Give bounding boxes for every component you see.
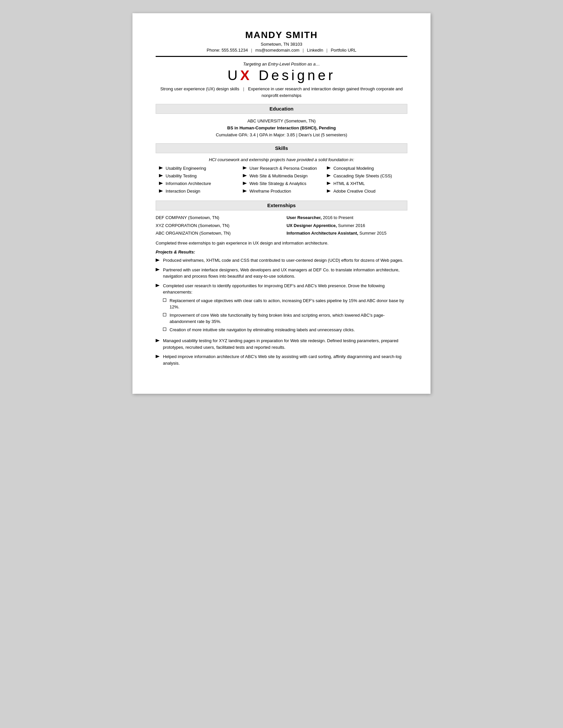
skill-item: Information Architecture: [159, 181, 239, 187]
skills-title: Skills: [275, 145, 288, 151]
skill-bullet: [327, 166, 331, 170]
sub-bullet-icon: [163, 328, 166, 331]
sub-bullet-icon: [163, 313, 166, 316]
skill-bullet: [243, 189, 247, 193]
separator-1: |: [251, 48, 252, 53]
phone: 555.555.1234: [221, 48, 248, 53]
title-designer: Designer: [252, 68, 336, 83]
skill-text: HTML & XHTML: [334, 181, 365, 187]
tagline-2: Experience in user research and interact…: [248, 86, 403, 98]
skill-bullet: [159, 174, 163, 177]
bullet-text: Helped improve information architecture …: [163, 353, 407, 366]
project-bullet: Managed usability testing for XYZ landin…: [156, 338, 407, 350]
bullet-icon: [156, 268, 160, 271]
skill-bullet: [327, 182, 331, 185]
skill-text: Conceptual Modeling: [334, 165, 374, 171]
bullet-text: Managed usability testing for XYZ landin…: [163, 338, 407, 350]
sub-bullet-text: Replacement of vague objectives with cle…: [169, 297, 407, 310]
sub-bullet-icon: [163, 298, 166, 302]
externships-table: DEF COMPANY (Sometown, TN) User Research…: [156, 214, 407, 237]
ux-designer-title: UX Designer: [156, 68, 407, 83]
targeting-section: Targeting an Entry-Level Position as a… …: [156, 62, 407, 99]
contact-line: Phone: 555.555.1234 | ms@somedomain.com …: [156, 48, 407, 53]
portfolio-link[interactable]: Portfolio URL: [331, 48, 356, 53]
skill-bullet: [159, 166, 163, 170]
skill-text: Interaction Design: [165, 188, 200, 194]
candidate-name: MANDY SMITH: [156, 30, 407, 40]
skill-text: Web Site & Multimedia Design: [249, 173, 307, 179]
project-bullet: Helped improve information architecture …: [156, 353, 407, 366]
sub-bullet-item: Improvement of core Web site functionali…: [163, 312, 407, 325]
skill-text: Web Site Strategy & Analytics: [249, 181, 306, 187]
skill-bullet: [159, 189, 163, 193]
skills-grid: Usability EngineeringUsability TestingIn…: [156, 165, 407, 196]
bullet-icon: [156, 339, 160, 342]
ext-role-rest: Summer 2015: [358, 231, 387, 236]
phone-label: Phone:: [207, 48, 220, 53]
skill-item: Wireframe Production: [243, 188, 323, 194]
skill-item: Usability Engineering: [159, 165, 239, 171]
header-divider: [156, 56, 407, 57]
bullet-text: Partnered with user interface designers,…: [163, 267, 407, 280]
bullet-icon: [156, 258, 160, 262]
ext-role-bold: UX Designer Apprentice,: [287, 223, 337, 228]
ext-role-rest: 2016 to Present: [322, 215, 353, 220]
ext-role: UX Designer Apprentice, Summer 2016: [287, 222, 407, 229]
skill-item: Usability Testing: [159, 173, 239, 179]
targeting-label: Targeting an Entry-Level Position as a…: [156, 62, 407, 67]
externships-summary: Completed three externships to gain expe…: [156, 240, 407, 247]
separator-3: |: [327, 48, 328, 53]
skill-item: Adobe Creative Cloud: [327, 188, 407, 194]
ext-company: DEF COMPANY (Sometown, TN): [156, 214, 287, 221]
linkedin-link[interactable]: LinkedIn: [307, 48, 323, 53]
education-section: Education ABC UNIVERSITY (Sometown, TN) …: [156, 104, 407, 138]
projects-bullets: Produced wireframes, XHTML code and CSS …: [156, 257, 407, 366]
skill-bullet: [243, 182, 247, 185]
skill-bullet: [243, 174, 247, 177]
sub-bullet-text: Creation of more intuitive site navigati…: [169, 327, 407, 333]
address: Sometown, TN 38103: [156, 42, 407, 47]
ext-role-rest: Summer 2016: [337, 223, 365, 228]
skill-text: Cascading Style Sheets (CSS): [334, 173, 392, 179]
ext-role: Information Architecture Assistant, Summ…: [287, 230, 407, 237]
project-bullet: Completed user research to identify oppo…: [156, 283, 407, 335]
bullet-text: Completed user research to identify oppo…: [163, 283, 407, 335]
education-title: Education: [269, 106, 294, 112]
sub-bullet-list: Replacement of vague objectives with cle…: [163, 297, 407, 333]
project-bullet: Partnered with user interface designers,…: [156, 267, 407, 280]
education-content: ABC UNIVERSITY (Sometown, TN) BS in Huma…: [156, 118, 407, 138]
skill-item: Conceptual Modeling: [327, 165, 407, 171]
skill-item: Web Site Strategy & Analytics: [243, 181, 323, 187]
skills-col-3: Conceptual ModelingCascading Style Sheet…: [324, 165, 407, 196]
education-header: Education: [156, 104, 407, 114]
skill-bullet: [243, 166, 247, 170]
skill-bullet: [327, 174, 331, 177]
degree: BS in Human-Computer Interaction (BSHCI)…: [156, 125, 407, 132]
bullet-text: Produced wireframes, XHTML code and CSS …: [163, 257, 407, 264]
ext-row: XYZ CORPORATION (Sometown, TN) UX Design…: [156, 222, 407, 229]
ext-role-bold: User Researcher,: [287, 215, 322, 220]
header: MANDY SMITH Sometown, TN 38103 Phone: 55…: [156, 30, 407, 53]
bullet-icon: [156, 284, 160, 287]
tagline: Strong user experience (UX) design skill…: [156, 86, 407, 99]
skill-item: User Research & Persona Creation: [243, 165, 323, 171]
externships-header: Externships: [156, 201, 407, 210]
externships-title: Externships: [267, 203, 296, 208]
ext-company: XYZ CORPORATION (Sometown, TN): [156, 222, 287, 229]
separator-2: |: [303, 48, 304, 53]
skill-item: Web Site & Multimedia Design: [243, 173, 323, 179]
skills-intro: HCI coursework and externship projects h…: [156, 157, 407, 162]
externships-section: Externships DEF COMPANY (Sometown, TN) U…: [156, 201, 407, 366]
resume-page: MANDY SMITH Sometown, TN 38103 Phone: 55…: [132, 13, 431, 394]
tagline-1: Strong user experience (UX) design skill…: [160, 86, 239, 91]
school-name: ABC UNIVERSITY (Sometown, TN): [156, 118, 407, 125]
skill-text: Wireframe Production: [249, 188, 291, 194]
sub-bullet-item: Replacement of vague objectives with cle…: [163, 297, 407, 310]
ext-company: ABC ORGANIZATION (Sometown, TN): [156, 230, 287, 237]
skills-header: Skills: [156, 143, 407, 153]
skill-text: Usability Engineering: [165, 165, 206, 171]
ext-row: DEF COMPANY (Sometown, TN) User Research…: [156, 214, 407, 221]
sub-bullet-text: Improvement of core Web site functionali…: [169, 312, 407, 325]
skill-item: HTML & XHTML: [327, 181, 407, 187]
skills-section: Skills HCI coursework and externship pro…: [156, 143, 407, 196]
